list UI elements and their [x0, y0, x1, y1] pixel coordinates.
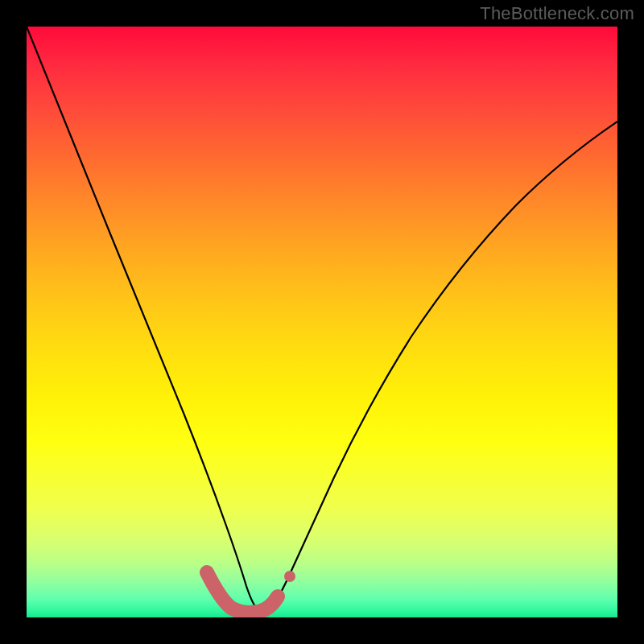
optimal-range-marker: [207, 572, 278, 613]
chart-svg: [27, 27, 617, 617]
bottleneck-curve-line: [27, 27, 617, 612]
watermark-text: TheBottleneck.com: [480, 3, 634, 24]
optimal-range-end-dot: [284, 571, 295, 582]
chart-plot-area: [27, 27, 617, 617]
